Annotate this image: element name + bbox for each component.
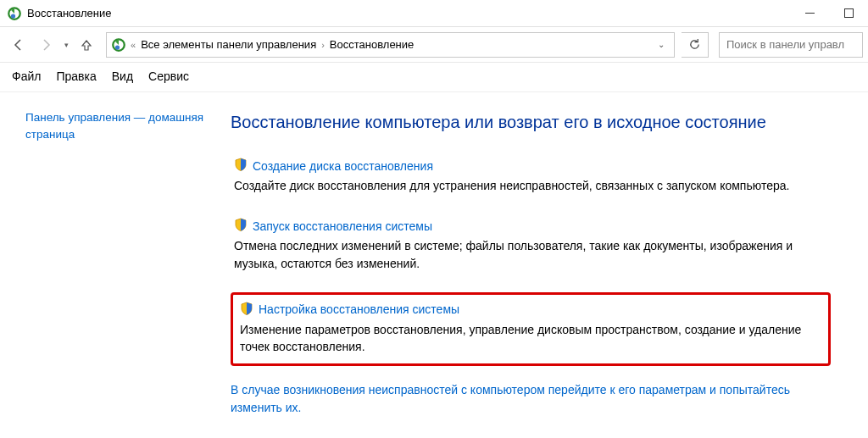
minimize-button[interactable] [790,0,829,27]
content: Панель управления — домашняя страница Во… [0,92,868,433]
svg-point-1 [11,14,15,18]
back-button[interactable] [5,32,31,58]
sidebar: Панель управления — домашняя страница [0,103,220,433]
shield-icon [240,302,253,318]
up-button[interactable] [74,32,99,58]
breadcrumb[interactable]: « Все элементы панели управления › Восст… [106,32,675,58]
menubar: Файл Правка Вид Сервис [0,63,868,92]
history-dropdown-icon[interactable]: ▾ [63,41,70,49]
breadcrumb-item[interactable]: Все элементы панели управления [141,38,316,51]
window-controls [790,0,868,27]
page-title: Восстановление компьютера или возврат ег… [231,113,831,132]
option-description: Изменение параметров восстановления, упр… [240,321,821,356]
recovery-icon [7,6,22,21]
recovery-option-highlighted: Настройка восстановления системы Изменен… [231,292,831,367]
troubleshoot-link[interactable]: В случае возникновения неисправностей с … [231,381,831,416]
option-description: Создайте диск восстановления для устране… [234,177,827,194]
breadcrumb-dropdown-icon[interactable]: ⌄ [652,33,670,57]
svg-rect-3 [844,9,853,18]
shield-icon [234,218,248,234]
option-description: Отмена последних изменений в системе; фа… [234,237,827,272]
configure-system-restore-link[interactable]: Настройка восстановления системы [259,302,459,316]
titlebar: Восстановление [0,0,868,27]
start-system-restore-link[interactable]: Запуск восстановления системы [253,219,432,233]
menu-view[interactable]: Вид [112,69,133,83]
search-input[interactable] [719,32,863,58]
svg-point-5 [115,45,120,49]
recovery-option: Создание диска восстановления Создайте д… [231,154,831,197]
breadcrumb-sep-icon: › [321,40,325,50]
refresh-button[interactable] [682,32,709,58]
recovery-icon [110,36,127,53]
shield-icon [234,158,248,174]
menu-file[interactable]: Файл [12,69,41,83]
menu-tools[interactable]: Сервис [148,69,189,83]
recovery-option: Запуск восстановления системы Отмена пос… [231,214,831,275]
menu-edit[interactable]: Правка [56,69,96,83]
address-bar: ▾ « Все элементы панели управления › Вос… [0,27,868,63]
create-recovery-disk-link[interactable]: Создание диска восстановления [253,159,433,173]
forward-button[interactable] [34,32,59,58]
breadcrumb-item[interactable]: Восстановление [330,38,414,51]
main-panel: Восстановление компьютера или возврат ег… [220,103,848,433]
window-title: Восстановление [27,7,111,19]
breadcrumb-sep-icon: « [131,40,136,50]
sidebar-home-link[interactable]: Панель управления — домашняя страница [25,109,210,142]
maximize-button[interactable] [829,0,868,27]
